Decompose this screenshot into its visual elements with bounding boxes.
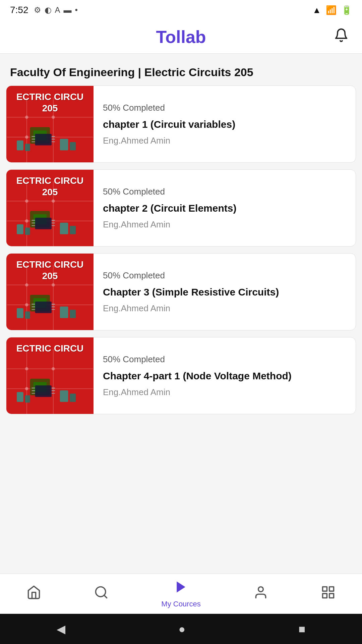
- svg-rect-72: [70, 394, 76, 402]
- svg-rect-52: [70, 310, 76, 318]
- signal-icon: 📶: [326, 5, 337, 15]
- status-left: 7:52 ⚙ ◐ A ▬ •: [10, 5, 78, 15]
- svg-rect-85: [329, 587, 334, 591]
- svg-rect-69: [17, 392, 23, 402]
- svg-rect-13: [35, 134, 51, 146]
- svg-rect-51: [60, 307, 68, 318]
- status-icons: ⚙ ◐ A ▬ •: [34, 5, 78, 15]
- battery-icon: 🔋: [341, 5, 352, 15]
- android-recent-btn[interactable]: ■: [299, 623, 306, 636]
- status-time: 7:52: [10, 5, 28, 15]
- status-bar: 7:52 ⚙ ◐ A ▬ • ▲ 📶 🔋: [0, 0, 362, 20]
- bottom-navigation: My Cources: [0, 574, 362, 614]
- svg-point-64: [25, 367, 28, 370]
- course-chapter-2: chapter 2 (Circuit Elements): [103, 202, 346, 215]
- svg-rect-71: [60, 390, 68, 402]
- app-title: Tollab: [156, 27, 206, 47]
- svg-rect-9: [17, 141, 23, 151]
- nav-grid[interactable]: [321, 585, 336, 603]
- thumbnail-1: ECTRIC CIRCU205: [6, 86, 94, 162]
- search-icon: [94, 585, 109, 603]
- svg-point-25: [52, 199, 55, 203]
- shield-icon: ◐: [45, 5, 52, 15]
- course-instructor-3: Eng.Ahmed Amin: [103, 303, 346, 314]
- svg-rect-31: [60, 223, 68, 234]
- svg-rect-33: [35, 218, 51, 229]
- svg-rect-50: [25, 312, 30, 319]
- svg-point-46: [25, 303, 28, 307]
- svg-point-44: [25, 283, 28, 286]
- course-info-1: 50% Completed chapter 1 (Circuit variabl…: [94, 86, 356, 162]
- nav-profile[interactable]: [253, 585, 268, 603]
- course-chapter-3: Chapter 3 (Simple Resistive Circuits): [103, 285, 346, 299]
- svg-point-83: [258, 587, 263, 592]
- svg-rect-11: [60, 139, 68, 151]
- course-progress-3: 50% Completed: [103, 270, 346, 281]
- svg-point-5: [52, 115, 55, 119]
- course-progress-4: 50% Completed: [103, 354, 346, 365]
- svg-point-66: [25, 387, 28, 390]
- sim-icon: ▬: [64, 5, 72, 15]
- bell-icon[interactable]: [334, 28, 349, 46]
- svg-rect-73: [35, 385, 51, 397]
- course-info-3: 50% Completed Chapter 3 (Simple Resistiv…: [94, 254, 356, 330]
- course-instructor-4: Eng.Ahmed Amin: [103, 387, 346, 397]
- nav-home[interactable]: [26, 585, 41, 603]
- course-card-4[interactable]: ECTRIC CIRCU: [6, 337, 356, 414]
- nav-search[interactable]: [94, 585, 109, 603]
- svg-rect-12: [70, 142, 76, 151]
- course-card-1[interactable]: ECTRIC CIRCU205: [6, 86, 356, 163]
- course-info-2: 50% Completed chapter 2 (Circuit Element…: [94, 170, 356, 246]
- home-icon: [26, 585, 41, 603]
- course-card-2[interactable]: ECTRIC CIRCU205: [6, 169, 356, 247]
- nav-courses[interactable]: My Cources: [161, 580, 200, 608]
- play-icon: [174, 580, 188, 598]
- svg-rect-29: [17, 224, 23, 234]
- course-card-3[interactable]: ECTRIC CIRCU205: [6, 253, 356, 330]
- course-chapter-4: Chapter 4-part 1 (Node Voltage Method): [103, 369, 346, 382]
- thumbnail-2: ECTRIC CIRCU205: [6, 170, 94, 246]
- svg-rect-84: [323, 587, 327, 591]
- status-right: ▲ 📶 🔋: [312, 5, 352, 15]
- svg-rect-87: [329, 593, 334, 598]
- svg-rect-49: [17, 308, 23, 318]
- svg-rect-32: [70, 226, 76, 234]
- wifi-icon: ▲: [312, 5, 321, 15]
- android-nav-bar: ◀ ● ■: [0, 614, 362, 644]
- course-progress-2: 50% Completed: [103, 186, 346, 197]
- svg-point-45: [52, 283, 55, 286]
- nav-courses-label: My Cources: [161, 600, 200, 608]
- svg-point-6: [25, 136, 28, 139]
- person-icon: [253, 585, 268, 603]
- svg-point-4: [25, 115, 28, 119]
- app-header: Tollab: [0, 20, 362, 54]
- grid-icon: [321, 585, 336, 603]
- svg-marker-82: [177, 581, 185, 592]
- course-info-4: 50% Completed Chapter 4-part 1 (Node Vol…: [94, 337, 356, 414]
- course-progress-1: 50% Completed: [103, 103, 346, 113]
- course-chapter-1: chapter 1 (Circuit variables): [103, 118, 346, 131]
- course-instructor-2: Eng.Ahmed Amin: [103, 219, 346, 230]
- svg-rect-53: [35, 302, 51, 313]
- android-home-btn[interactable]: ●: [178, 623, 185, 636]
- svg-rect-10: [25, 144, 30, 151]
- android-back-btn[interactable]: ◀: [57, 622, 65, 636]
- svg-rect-30: [25, 228, 30, 235]
- thumbnail-3: ECTRIC CIRCU205: [6, 254, 94, 330]
- svg-line-81: [104, 595, 107, 598]
- font-icon: A: [55, 5, 60, 15]
- svg-rect-70: [25, 395, 30, 403]
- svg-point-65: [52, 367, 55, 370]
- settings-icon: ⚙: [34, 5, 41, 15]
- page-title: Faculty Of Engineering | Electric Circui…: [0, 54, 362, 86]
- svg-point-24: [25, 199, 28, 203]
- course-instructor-1: Eng.Ahmed Amin: [103, 136, 346, 146]
- svg-rect-86: [323, 593, 327, 598]
- svg-point-26: [25, 219, 28, 223]
- dot-icon: •: [75, 5, 78, 15]
- thumbnail-4: ECTRIC CIRCU: [6, 337, 94, 414]
- course-list: ECTRIC CIRCU205: [0, 86, 362, 414]
